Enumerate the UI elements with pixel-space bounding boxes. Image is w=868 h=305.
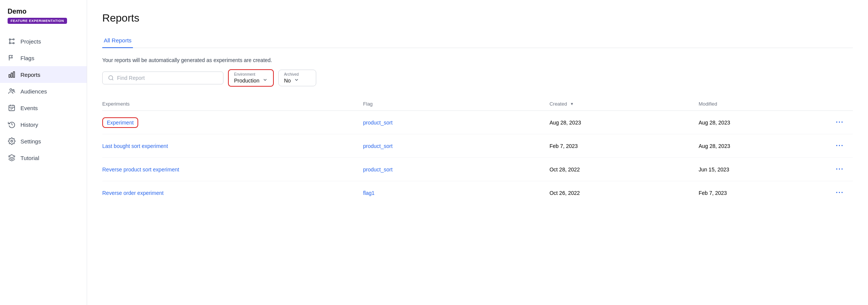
history-icon (8, 120, 16, 129)
search-input[interactable] (117, 75, 218, 81)
sidebar-brand: Demo FEATURE EXPERIMENTATION (0, 8, 87, 30)
sidebar-item-tutorial[interactable]: Tutorial (0, 149, 87, 166)
sidebar-item-audiences[interactable]: Audiences (0, 83, 87, 100)
svg-point-11 (10, 89, 12, 90)
sidebar-item-label: Reports (20, 72, 41, 78)
sidebar: Demo FEATURE EXPERIMENTATION Projects Fl… (0, 0, 87, 305)
settings-icon (8, 137, 16, 145)
search-box[interactable] (102, 72, 223, 84)
brand-badge: FEATURE EXPERIMENTATION (8, 18, 67, 24)
svg-point-19 (11, 140, 13, 142)
table-row: Reverse order experimentflag1Oct 26, 202… (102, 181, 853, 205)
col-header-created[interactable]: Created ▼ (550, 97, 699, 111)
sidebar-item-label: Projects (20, 38, 41, 45)
created-date: Feb 7, 2023 (550, 134, 699, 158)
created-date: Oct 28, 2022 (550, 158, 699, 181)
audiences-icon (8, 87, 16, 95)
svg-rect-9 (11, 73, 12, 78)
svg-point-1 (13, 39, 14, 40)
archived-label: Archived (284, 72, 311, 76)
flag-link[interactable]: product_sort (363, 143, 393, 149)
sidebar-nav: Projects Flags Reports Audiences Events (0, 30, 87, 169)
reports-table: Experiments Flag Created ▼ Modified (102, 97, 853, 204)
col-header-experiments[interactable]: Experiments (102, 97, 363, 111)
page-title: Reports (102, 12, 853, 24)
created-date: Oct 26, 2022 (550, 181, 699, 205)
sidebar-item-label: Events (20, 105, 38, 111)
main-content: Reports All Reports Your reports will be… (87, 0, 868, 305)
events-icon (8, 104, 16, 112)
svg-point-6 (13, 42, 14, 44)
table-row: Reverse product sort experimentproduct_s… (102, 158, 853, 181)
experiment-link[interactable]: Reverse order experiment (102, 190, 164, 196)
tutorial-icon (8, 154, 16, 162)
svg-rect-10 (13, 72, 14, 78)
svg-point-21 (109, 76, 113, 80)
svg-point-2 (9, 42, 10, 44)
sidebar-item-history[interactable]: History (0, 116, 87, 133)
reports-icon (8, 70, 16, 79)
svg-point-12 (12, 89, 14, 91)
sidebar-item-settings[interactable]: Settings (0, 133, 87, 149)
svg-line-18 (12, 124, 13, 125)
tab-all-reports[interactable]: All Reports (102, 33, 133, 48)
chevron-down-icon (262, 77, 268, 84)
table-row: Experimentproduct_sortAug 28, 2023Aug 28… (102, 111, 853, 134)
sidebar-item-label: Flags (20, 55, 34, 61)
col-header-actions (833, 97, 853, 111)
search-icon (108, 75, 114, 81)
svg-line-22 (112, 79, 113, 80)
sort-indicator: ▼ (570, 102, 574, 106)
col-header-flag: Flag (363, 97, 550, 111)
sidebar-item-label: Audiences (20, 88, 47, 95)
chevron-down-icon (294, 77, 299, 84)
sidebar-item-label: History (20, 121, 38, 128)
modified-date: Aug 28, 2023 (699, 134, 833, 158)
environment-value: Production (234, 78, 259, 84)
more-actions-button[interactable]: ··· (833, 187, 847, 198)
sidebar-item-flags[interactable]: Flags (0, 50, 87, 66)
experiment-link[interactable]: Last bought sort experiment (102, 143, 168, 149)
sidebar-item-reports[interactable]: Reports (0, 66, 87, 83)
sidebar-item-projects[interactable]: Projects (0, 33, 87, 50)
flag-link[interactable]: flag1 (363, 190, 375, 196)
sidebar-item-label: Settings (20, 138, 41, 145)
experiment-link[interactable]: Reverse product sort experiment (102, 167, 179, 173)
projects-icon (8, 37, 16, 45)
svg-marker-20 (9, 155, 15, 158)
flag-link[interactable]: product_sort (363, 167, 393, 173)
archived-value: No (284, 78, 291, 84)
modified-date: Feb 7, 2023 (699, 181, 833, 205)
svg-rect-8 (9, 75, 10, 78)
flag-link[interactable]: product_sort (363, 120, 393, 126)
environment-label: Environment (234, 72, 268, 76)
tabs-bar: All Reports (102, 33, 853, 48)
col-header-modified: Modified (699, 97, 833, 111)
environment-filter[interactable]: Environment Production (228, 69, 274, 87)
created-date: Aug 28, 2023 (550, 111, 699, 134)
modified-date: Aug 28, 2023 (699, 111, 833, 134)
flags-icon (8, 54, 16, 62)
more-actions-button[interactable]: ··· (833, 117, 847, 128)
filters-row: Environment Production Archived No (102, 69, 853, 87)
experiment-link-highlighted[interactable]: Experiment (102, 117, 138, 128)
sidebar-item-events[interactable]: Events (0, 100, 87, 116)
info-text: Your reports will be automatically gener… (102, 57, 853, 63)
svg-rect-13 (9, 105, 15, 110)
brand-name: Demo (8, 8, 79, 16)
sidebar-item-label: Tutorial (20, 155, 39, 161)
svg-point-0 (9, 39, 10, 40)
modified-date: Jun 15, 2023 (699, 158, 833, 181)
more-actions-button[interactable]: ··· (833, 140, 847, 151)
archived-filter[interactable]: Archived No (278, 70, 316, 86)
more-actions-button[interactable]: ··· (833, 164, 847, 175)
table-row: Last bought sort experimentproduct_sortF… (102, 134, 853, 158)
